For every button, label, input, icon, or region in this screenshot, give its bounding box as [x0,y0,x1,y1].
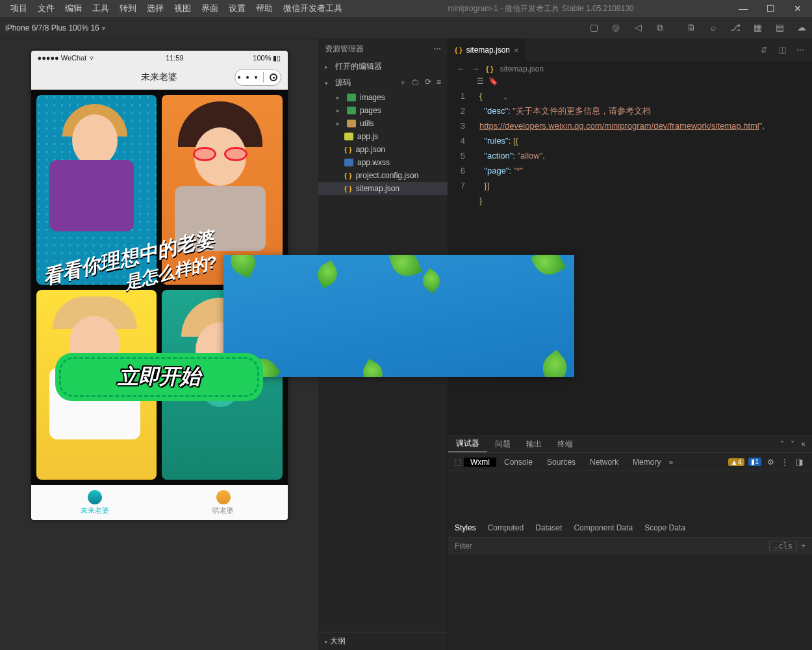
ext-icon[interactable]: ▦ [752,22,763,33]
folder-images[interactable]: ▸images [318,91,448,104]
window-maximize[interactable]: ☐ [761,3,780,14]
tool-memory[interactable]: Memory [626,458,667,467]
search-icon[interactable]: ⌕ [708,22,718,33]
tab-future-icon [88,490,102,504]
new-file-icon[interactable]: ＋ [399,77,407,88]
computed-tab[interactable]: Computed [488,523,524,532]
wifi-icon: ᯤ [89,54,96,62]
editor-tab-sitemap[interactable]: { }sitemap.json× [448,39,526,61]
menu-file[interactable]: 文件 [32,1,60,16]
dt-up-icon[interactable]: ˄ [780,440,784,449]
dt-dock-icon[interactable]: ◨ [794,458,804,467]
info-badge[interactable]: ▮1 [748,458,761,466]
filter-input[interactable]: Filter [455,541,472,551]
branch-icon[interactable]: ⎇ [730,22,741,33]
warn-badge[interactable]: ▲4 [728,458,744,466]
code-area[interactable]: 1234567 ⌄ { "desc": "关于本文件的更多信息，请参考文档 ht… [448,86,812,436]
folder-pages[interactable]: ▸pages [318,104,448,117]
mute-icon[interactable]: ◁ [633,22,643,33]
nav-back-icon[interactable]: ← [457,64,465,73]
outline[interactable]: ▸ 大纲 [318,632,448,650]
dt-gear-icon[interactable]: ⚙ [765,458,776,467]
dt-tab-terminal[interactable]: 终端 [550,436,581,452]
simulator-panel: ●●●●● WeChatᯤ 11:59 100% ▮▯ 未来老婆 看看你理想中的… [0,39,318,650]
scopedata-tab[interactable]: Scope Data [644,523,685,532]
dt-down-icon[interactable]: ˅ [791,440,794,449]
fold-icon[interactable]: ⌄ [503,90,508,105]
menu-wxdev[interactable]: 微信开发者工具 [278,1,348,16]
menu-view[interactable]: 视图 [169,1,196,16]
menu-settings[interactable]: 设置 [223,1,251,16]
phone-statusbar: ●●●●● WeChatᯤ 11:59 100% ▮▯ [31,51,288,65]
device-icon[interactable]: ▢ [589,22,599,33]
file-project-config[interactable]: { }project.config.json [318,169,448,182]
bookmark-icon[interactable]: ☰ 🔖 [477,77,498,86]
capsule[interactable] [235,69,281,86]
phone-battery: 100% ▮▯ [253,54,281,62]
dt-tab-output[interactable]: 输出 [518,436,550,452]
open-editors[interactable]: ▸打开的编辑器 [318,58,448,75]
tab-coax-icon [216,490,231,504]
menu-edit[interactable]: 编辑 [60,1,87,16]
dataset-tab[interactable]: Dataset [535,523,562,532]
tool-more-icon[interactable]: » [668,458,673,467]
close-capsule-icon[interactable] [270,73,277,81]
tool-console[interactable]: Console [498,458,539,467]
file-app-wxss[interactable]: app.wxss [318,156,448,169]
window-minimize[interactable]: — [734,3,752,14]
explorer-more-icon[interactable]: ⋯ [433,44,441,53]
tool-network[interactable]: Network [583,458,625,467]
gutter: 1234567 [448,86,474,436]
tab-future[interactable]: 未来老婆 [31,485,160,520]
inspect-icon[interactable]: ⬚ [452,458,463,467]
file-sitemap[interactable]: { }sitemap.json [318,182,448,195]
menu-tool[interactable]: 工具 [87,1,114,16]
menu-ui[interactable]: 界面 [196,1,223,16]
phone-navbar: 未来老婆 [31,65,288,90]
collapse-icon[interactable]: ≡ [437,77,441,88]
file-icon[interactable]: 🗎 [686,22,696,33]
styles-tab[interactable]: Styles [455,523,476,532]
file-app-js[interactable]: app.js [318,130,448,143]
db-icon[interactable]: ▤ [774,22,785,33]
device-selector[interactable]: iPhone 6/7/8 Plus 100% 16▾ [5,23,105,32]
refresh-icon[interactable]: ⟳ [425,77,431,88]
window-close[interactable]: ✕ [789,3,807,14]
menu-help[interactable]: 帮助 [251,1,278,16]
dt-kebab-icon[interactable]: ⋮ [780,458,790,467]
menu-goto[interactable]: 转到 [114,1,142,16]
tab-coax[interactable]: 哄老婆 [159,485,288,520]
cls-toggle[interactable]: .cls [769,541,797,551]
split-icon[interactable]: ◫ [777,46,787,55]
phone-frame: ●●●●● WeChatᯤ 11:59 100% ▮▯ 未来老婆 看看你理想中的… [31,51,288,520]
carrier: ●●●●● WeChat [38,54,87,62]
start-button[interactable]: 立即开始 [55,353,263,401]
editor: { }sitemap.json× ⇵◫⋯ ←→ { }sitemap.json … [448,39,812,650]
file-app-json[interactable]: { }app.json [318,143,448,156]
cloud-icon[interactable]: ☁ [796,22,807,33]
folder-utils[interactable]: ▸utils [318,117,448,130]
phone-tabbar: 未来老婆 哄老婆 [31,485,288,520]
menu-select[interactable]: 选择 [142,1,169,16]
explorer-title: 资源管理器 [325,44,364,55]
new-folder-icon[interactable]: 🗀 [412,77,420,88]
dt-tab-debugger[interactable]: 调试器 [448,436,487,452]
record-icon[interactable]: ◎ [611,22,621,33]
tool-sources[interactable]: Sources [540,458,582,467]
nav-fwd-icon[interactable]: → [472,64,479,73]
root-folder[interactable]: ▾源码 ＋🗀⟳≡ [318,75,448,91]
phone-content: 看看你理想中的老婆 是怎么样的? 立即开始 [31,90,288,485]
compdata-tab[interactable]: Component Data [574,523,633,532]
dt-close-icon[interactable]: × [801,440,806,449]
menu-project[interactable]: 项目 [5,1,32,16]
devtools: 调试器 问题 输出 终端 ˄˅× ⬚ Wxml Console Sources … [448,436,812,650]
phone-time: 11:59 [166,54,184,62]
dt-tab-problems[interactable]: 问题 [487,436,518,452]
add-style-icon[interactable]: + [801,541,806,551]
cut-icon[interactable]: ⧉ [655,22,665,33]
more-icon[interactable]: ⋯ [795,46,806,55]
tab-close-icon[interactable]: × [514,46,519,55]
tool-wxml[interactable]: Wxml [464,458,496,467]
compare-icon[interactable]: ⇵ [759,46,769,55]
breadcrumb[interactable]: sitemap.json [500,64,544,73]
